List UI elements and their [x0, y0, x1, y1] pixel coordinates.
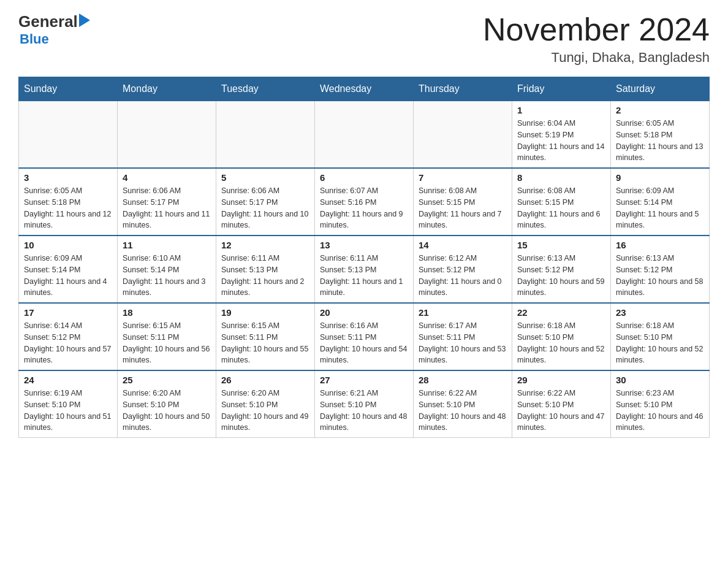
calendar-week-row: 3Sunrise: 6:05 AM Sunset: 5:18 PM Daylig…	[19, 168, 710, 236]
weekday-header-friday: Friday	[512, 77, 611, 101]
day-number: 12	[221, 240, 309, 250]
weekday-header-monday: Monday	[118, 77, 216, 101]
weekday-header-wednesday: Wednesday	[315, 77, 414, 101]
calendar-cell: 19Sunrise: 6:15 AM Sunset: 5:11 PM Dayli…	[216, 303, 315, 370]
day-info: Sunrise: 6:09 AM Sunset: 5:14 PM Dayligh…	[24, 253, 112, 299]
day-info: Sunrise: 6:10 AM Sunset: 5:14 PM Dayligh…	[123, 253, 211, 299]
day-info: Sunrise: 6:16 AM Sunset: 5:11 PM Dayligh…	[320, 320, 408, 366]
day-number: 27	[320, 375, 408, 385]
day-number: 13	[320, 240, 408, 250]
calendar-cell: 20Sunrise: 6:16 AM Sunset: 5:11 PM Dayli…	[315, 303, 414, 370]
day-info: Sunrise: 6:20 AM Sunset: 5:10 PM Dayligh…	[123, 388, 211, 434]
day-number: 26	[221, 375, 309, 385]
calendar-cell	[315, 101, 414, 169]
day-info: Sunrise: 6:04 AM Sunset: 5:19 PM Dayligh…	[517, 118, 605, 164]
day-number: 6	[320, 172, 408, 183]
day-number: 2	[616, 105, 704, 115]
day-number: 29	[517, 375, 605, 385]
calendar-cell: 24Sunrise: 6:19 AM Sunset: 5:10 PM Dayli…	[19, 370, 118, 438]
page-title: November 2024	[483, 12, 710, 47]
calendar-cell	[19, 101, 118, 169]
weekday-header-tuesday: Tuesday	[216, 77, 315, 101]
day-info: Sunrise: 6:08 AM Sunset: 5:15 PM Dayligh…	[517, 185, 605, 231]
day-info: Sunrise: 6:22 AM Sunset: 5:10 PM Dayligh…	[419, 388, 507, 434]
logo-area: General Blue	[18, 12, 90, 47]
page-header: General Blue November 2024 Tungi, Dhaka,…	[18, 12, 710, 66]
day-info: Sunrise: 6:11 AM Sunset: 5:13 PM Dayligh…	[320, 253, 408, 299]
day-info: Sunrise: 6:06 AM Sunset: 5:17 PM Dayligh…	[221, 185, 309, 231]
day-number: 19	[221, 307, 309, 318]
calendar-cell: 13Sunrise: 6:11 AM Sunset: 5:13 PM Dayli…	[315, 236, 414, 303]
calendar-cell: 22Sunrise: 6:18 AM Sunset: 5:10 PM Dayli…	[512, 303, 611, 370]
day-number: 14	[419, 240, 507, 250]
day-info: Sunrise: 6:15 AM Sunset: 5:11 PM Dayligh…	[221, 320, 309, 366]
calendar-week-row: 17Sunrise: 6:14 AM Sunset: 5:12 PM Dayli…	[19, 303, 710, 370]
page-subtitle: Tungi, Dhaka, Bangladesh	[483, 50, 710, 66]
calendar-cell: 27Sunrise: 6:21 AM Sunset: 5:10 PM Dayli…	[315, 370, 414, 438]
day-number: 18	[123, 307, 211, 318]
calendar-cell: 10Sunrise: 6:09 AM Sunset: 5:14 PM Dayli…	[19, 236, 118, 303]
day-info: Sunrise: 6:07 AM Sunset: 5:16 PM Dayligh…	[320, 185, 408, 231]
day-info: Sunrise: 6:09 AM Sunset: 5:14 PM Dayligh…	[616, 185, 704, 231]
calendar-cell: 9Sunrise: 6:09 AM Sunset: 5:14 PM Daylig…	[611, 168, 710, 236]
day-number: 28	[419, 375, 507, 385]
svg-marker-0	[79, 13, 90, 27]
weekday-header-sunday: Sunday	[19, 77, 118, 101]
calendar-table: SundayMondayTuesdayWednesdayThursdayFrid…	[18, 77, 710, 438]
calendar-cell: 7Sunrise: 6:08 AM Sunset: 5:15 PM Daylig…	[414, 168, 512, 236]
day-number: 17	[24, 307, 112, 318]
day-number: 15	[517, 240, 605, 250]
calendar-cell: 4Sunrise: 6:06 AM Sunset: 5:17 PM Daylig…	[118, 168, 216, 236]
day-info: Sunrise: 6:20 AM Sunset: 5:10 PM Dayligh…	[221, 388, 309, 434]
day-info: Sunrise: 6:18 AM Sunset: 5:10 PM Dayligh…	[517, 320, 605, 366]
day-info: Sunrise: 6:18 AM Sunset: 5:10 PM Dayligh…	[616, 320, 704, 366]
day-number: 5	[221, 172, 309, 183]
calendar-week-row: 24Sunrise: 6:19 AM Sunset: 5:10 PM Dayli…	[19, 370, 710, 438]
day-info: Sunrise: 6:05 AM Sunset: 5:18 PM Dayligh…	[616, 118, 704, 164]
calendar-cell	[118, 101, 216, 169]
day-info: Sunrise: 6:08 AM Sunset: 5:15 PM Dayligh…	[419, 185, 507, 231]
day-info: Sunrise: 6:19 AM Sunset: 5:10 PM Dayligh…	[24, 388, 112, 434]
day-info: Sunrise: 6:23 AM Sunset: 5:10 PM Dayligh…	[616, 388, 704, 434]
day-number: 22	[517, 307, 605, 318]
day-info: Sunrise: 6:13 AM Sunset: 5:12 PM Dayligh…	[517, 253, 605, 299]
day-info: Sunrise: 6:22 AM Sunset: 5:10 PM Dayligh…	[517, 388, 605, 434]
calendar-cell: 5Sunrise: 6:06 AM Sunset: 5:17 PM Daylig…	[216, 168, 315, 236]
calendar-cell: 16Sunrise: 6:13 AM Sunset: 5:12 PM Dayli…	[611, 236, 710, 303]
calendar-cell: 29Sunrise: 6:22 AM Sunset: 5:10 PM Dayli…	[512, 370, 611, 438]
day-info: Sunrise: 6:17 AM Sunset: 5:11 PM Dayligh…	[419, 320, 507, 366]
day-number: 1	[517, 105, 605, 115]
day-number: 21	[419, 307, 507, 318]
logo-general: General	[18, 12, 78, 31]
logo-blue: Blue	[20, 31, 49, 47]
day-info: Sunrise: 6:06 AM Sunset: 5:17 PM Dayligh…	[123, 185, 211, 231]
calendar-cell: 26Sunrise: 6:20 AM Sunset: 5:10 PM Dayli…	[216, 370, 315, 438]
day-info: Sunrise: 6:15 AM Sunset: 5:11 PM Dayligh…	[123, 320, 211, 366]
title-area: November 2024 Tungi, Dhaka, Bangladesh	[483, 12, 710, 66]
calendar-cell: 30Sunrise: 6:23 AM Sunset: 5:10 PM Dayli…	[611, 370, 710, 438]
calendar-cell: 14Sunrise: 6:12 AM Sunset: 5:12 PM Dayli…	[414, 236, 512, 303]
calendar-header-row: SundayMondayTuesdayWednesdayThursdayFrid…	[19, 77, 710, 101]
calendar-cell: 6Sunrise: 6:07 AM Sunset: 5:16 PM Daylig…	[315, 168, 414, 236]
calendar-cell: 17Sunrise: 6:14 AM Sunset: 5:12 PM Dayli…	[19, 303, 118, 370]
day-info: Sunrise: 6:11 AM Sunset: 5:13 PM Dayligh…	[221, 253, 309, 299]
calendar-cell: 28Sunrise: 6:22 AM Sunset: 5:10 PM Dayli…	[414, 370, 512, 438]
calendar-cell: 21Sunrise: 6:17 AM Sunset: 5:11 PM Dayli…	[414, 303, 512, 370]
day-number: 30	[616, 375, 704, 385]
calendar-cell: 8Sunrise: 6:08 AM Sunset: 5:15 PM Daylig…	[512, 168, 611, 236]
calendar-cell: 1Sunrise: 6:04 AM Sunset: 5:19 PM Daylig…	[512, 101, 611, 169]
weekday-header-saturday: Saturday	[611, 77, 710, 101]
day-number: 8	[517, 172, 605, 183]
day-number: 23	[616, 307, 704, 318]
day-number: 24	[24, 375, 112, 385]
day-number: 20	[320, 307, 408, 318]
day-number: 7	[419, 172, 507, 183]
day-number: 25	[123, 375, 211, 385]
calendar-cell	[216, 101, 315, 169]
calendar-cell: 23Sunrise: 6:18 AM Sunset: 5:10 PM Dayli…	[611, 303, 710, 370]
calendar-cell: 2Sunrise: 6:05 AM Sunset: 5:18 PM Daylig…	[611, 101, 710, 169]
day-info: Sunrise: 6:14 AM Sunset: 5:12 PM Dayligh…	[24, 320, 112, 366]
day-info: Sunrise: 6:05 AM Sunset: 5:18 PM Dayligh…	[24, 185, 112, 231]
day-number: 10	[24, 240, 112, 250]
day-number: 16	[616, 240, 704, 250]
